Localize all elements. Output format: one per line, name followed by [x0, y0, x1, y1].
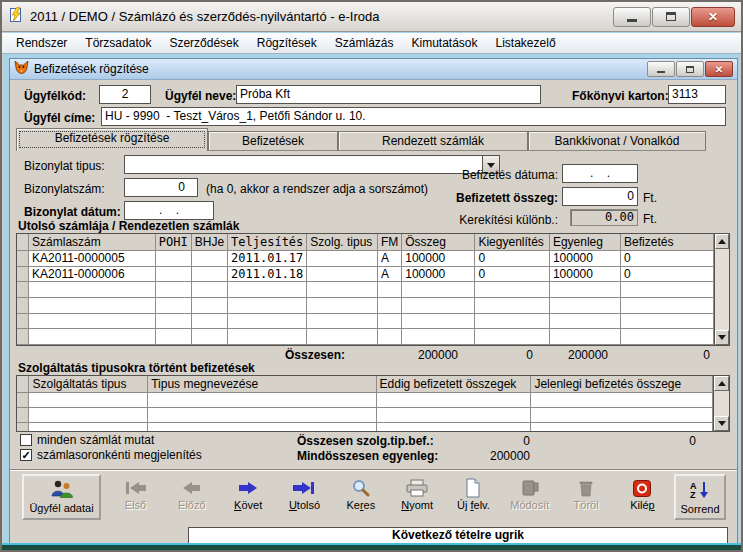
- ledger-card-field[interactable]: 3113: [668, 85, 726, 104]
- exit-button[interactable]: Kilép: [615, 478, 670, 511]
- scroll-down-button[interactable]: [715, 330, 729, 345]
- cell: [531, 392, 713, 407]
- cell[interactable]: 100000: [549, 251, 620, 267]
- next-icon: [235, 478, 261, 498]
- customer-data-button[interactable]: Ügyfél adatai: [22, 474, 101, 520]
- invoice-row[interactable]: KA2011-0000005 2011.01.17 A1000000100000…: [17, 251, 713, 267]
- record-selector[interactable]: [17, 251, 29, 267]
- search-button[interactable]: Keres: [333, 478, 388, 511]
- cell[interactable]: 100000: [402, 266, 475, 282]
- scroll-up-button[interactable]: [715, 234, 729, 249]
- cell[interactable]: 0: [475, 266, 549, 282]
- exit-icon: [633, 478, 651, 498]
- tab-bankkivonat-vonalkod[interactable]: Bankkivonat / Vonalkód: [528, 131, 706, 151]
- menu-item-rendszer[interactable]: Rendszer: [7, 34, 76, 52]
- menu-item-kimutatasok[interactable]: Kimutatások: [402, 34, 486, 52]
- sort-label: Sorrend: [680, 503, 719, 515]
- dialog-maximize-button[interactable]: [676, 61, 704, 77]
- maximize-button[interactable]: [652, 7, 690, 27]
- nav-button-label: Módosít: [510, 499, 549, 511]
- tab-befizetesek-rogzitese[interactable]: Befizetések rögzítése: [16, 128, 208, 151]
- checkbox-per-invoice-line-display[interactable]: ✓számlasoronkénti megjelenítés: [20, 448, 202, 462]
- next-button[interactable]: Követ: [221, 478, 276, 511]
- checkbox-box[interactable]: [20, 434, 32, 446]
- record-nav-bar: ElsőElőzőKövetUtolsóKeresNyomtÚj felv.Mó…: [108, 478, 670, 511]
- cell: [307, 313, 378, 329]
- cell: [377, 329, 401, 345]
- minimize-button[interactable]: [613, 7, 651, 27]
- menu-item-szerzodesek[interactable]: Szerződések: [160, 34, 247, 52]
- payment-date-field[interactable]: . .: [562, 164, 638, 183]
- dialog-minimize-button[interactable]: [647, 61, 675, 77]
- checkbox-show-all-invoices[interactable]: minden számlát mutat: [20, 433, 154, 447]
- checkbox-box[interactable]: ✓: [20, 449, 32, 461]
- last-button[interactable]: Utolsó: [277, 478, 332, 511]
- vertical-scrollbar[interactable]: [713, 376, 729, 431]
- cell: [402, 329, 475, 345]
- cell: [621, 329, 713, 345]
- print-button[interactable]: Nyomt: [390, 478, 445, 511]
- cell[interactable]: [307, 266, 378, 282]
- print-icon: [405, 478, 429, 498]
- invoices-total-value: 200000: [528, 348, 608, 362]
- maximize-icon: [666, 12, 676, 21]
- first-icon: [123, 478, 149, 498]
- column-header-szolg-tipus: Szolg. tipus: [307, 234, 378, 251]
- cell[interactable]: 100000: [402, 251, 475, 267]
- cell[interactable]: [191, 266, 227, 282]
- document-number-hint: (ha 0, akkor a rendszer adja a sorszámot…: [206, 182, 428, 196]
- customer-code-field[interactable]: 2: [99, 85, 151, 104]
- document-date-label: Bizonylat dátum:: [24, 205, 121, 219]
- services-total-value: 0: [616, 434, 696, 448]
- maximize-icon: [686, 66, 694, 73]
- cell[interactable]: [155, 266, 191, 282]
- cell[interactable]: 100000: [549, 266, 620, 282]
- customer-name-field[interactable]: Próba Kft: [236, 85, 541, 104]
- cell[interactable]: [191, 251, 227, 267]
- cell: [376, 407, 531, 422]
- column-header-kiegyenlites: Kiegyenlítés: [475, 234, 549, 251]
- tab-rendezett-szamlak[interactable]: Rendezett számlák: [338, 131, 528, 151]
- cell: [155, 298, 191, 314]
- menu-item-listakezelo[interactable]: Listakezelő: [487, 34, 565, 52]
- record-selector[interactable]: [17, 266, 29, 282]
- dialog-close-button[interactable]: ✕: [705, 61, 733, 77]
- empty-row: [17, 422, 713, 432]
- document-type-combobox[interactable]: [124, 155, 500, 174]
- cell[interactable]: A: [377, 251, 401, 267]
- triangle-down-icon: [718, 335, 726, 344]
- customer-name-label: Ügyfél neve:: [165, 89, 236, 103]
- column-header-szamlaszam: Számlaszám: [29, 234, 156, 251]
- menu-item-torzsadatok[interactable]: Törzsadatok: [76, 34, 160, 52]
- grand-total-label: Mindösszesen egyenleg:: [297, 449, 447, 463]
- cell[interactable]: 0: [621, 266, 713, 282]
- close-button[interactable]: ✕: [691, 7, 735, 27]
- document-date-field[interactable]: . .: [124, 201, 214, 220]
- customer-address-field[interactable]: HU - 9990 - Teszt_Város_1, Petőfi Sándor…: [101, 107, 726, 126]
- cell[interactable]: 2011.01.17: [228, 251, 307, 267]
- cell[interactable]: KA2011-0000005: [29, 251, 156, 267]
- sort-button[interactable]: AZ Sorrend: [674, 474, 726, 520]
- cell[interactable]: 0: [621, 251, 713, 267]
- tab-befizetesek[interactable]: Befizetések: [208, 131, 338, 151]
- scroll-up-button[interactable]: [714, 376, 729, 391]
- cell[interactable]: [307, 251, 378, 267]
- nav-button-label: Keres: [346, 499, 375, 511]
- edit-icon: [520, 478, 540, 498]
- scroll-down-button[interactable]: [714, 416, 729, 431]
- cell[interactable]: 2011.01.18: [228, 266, 307, 282]
- menu-item-szamlazas[interactable]: Számlázás: [326, 34, 403, 52]
- cell[interactable]: [155, 251, 191, 267]
- cell[interactable]: A: [377, 266, 401, 282]
- vertical-scrollbar[interactable]: [714, 234, 729, 345]
- record-selector-header: [17, 234, 29, 251]
- paid-amount-field[interactable]: 0: [562, 187, 638, 206]
- menu-item-rogzitesek[interactable]: Rögzítések: [248, 34, 326, 52]
- cell[interactable]: KA2011-0000006: [29, 266, 156, 282]
- new-button[interactable]: Új felv.: [446, 478, 501, 511]
- cell[interactable]: 0: [475, 251, 549, 267]
- document-number-field[interactable]: 0: [124, 178, 198, 197]
- cell: [531, 407, 713, 422]
- invoice-row[interactable]: KA2011-0000006 2011.01.18 A1000000100000…: [17, 266, 713, 282]
- column-header-szolgaltatas-tipus: Szolgáltatás tipus: [29, 376, 148, 392]
